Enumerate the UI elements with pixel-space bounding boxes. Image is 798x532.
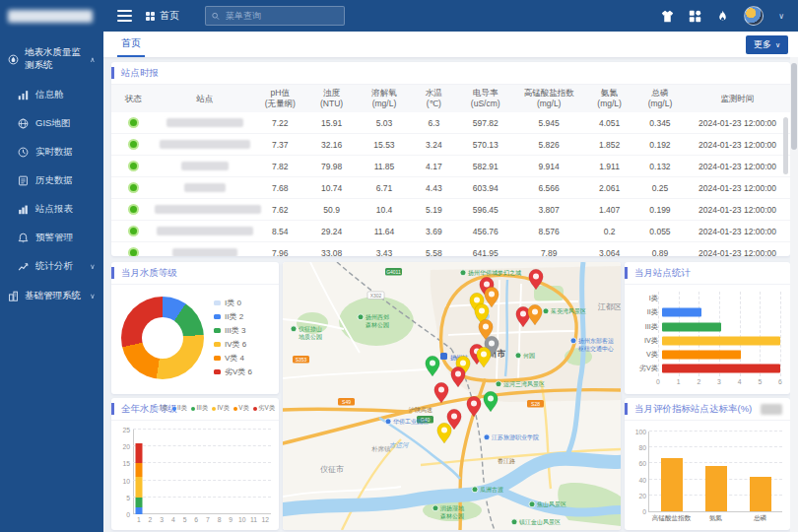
theme-shirt-icon[interactable]	[661, 10, 674, 23]
y-tick-label: 25	[122, 427, 130, 433]
legend-item[interactable]: 劣V类 6	[214, 366, 252, 377]
table-scrollbar[interactable]	[783, 117, 788, 174]
sidebar-group-1[interactable]: 基础管理系统∨	[0, 281, 103, 311]
breadcrumb[interactable]: 首页	[146, 9, 179, 23]
menu-search[interactable]	[205, 6, 345, 26]
stack-segment-II类[interactable]	[135, 507, 142, 514]
park-poi-icon[interactable]	[543, 308, 549, 314]
table-row[interactable]: 7.6810.746.714.43603.946.5662.0610.25202…	[111, 177, 790, 199]
quality-donut-chart[interactable]	[121, 297, 204, 379]
layout-icon[interactable]	[689, 10, 701, 23]
sidebar-item-信息舱[interactable]: 信息舱	[0, 81, 103, 109]
y-tick-label: 0	[642, 508, 646, 515]
park-poi-icon[interactable]	[511, 519, 517, 525]
masked-header-chip	[761, 404, 782, 415]
month-station-stats-panel: 当月站点统计 0123456I类II类III类IV类V类劣V类	[625, 262, 790, 394]
compliance-rate-panel: 当月评价指标站点达标率(%) 020406080100高锰酸盐指数氨氮总磷	[625, 398, 790, 530]
chevron-down-icon[interactable]: ∨	[778, 12, 784, 21]
bar-III类[interactable]	[662, 322, 721, 331]
stack-segment-IV类[interactable]	[135, 477, 142, 498]
item-label: 预警管理	[35, 232, 73, 244]
tab-home[interactable]: 首页	[117, 33, 145, 57]
legend-item[interactable]: 劣V类	[253, 404, 275, 413]
park-poi-icon[interactable]	[472, 487, 478, 493]
park-poi-icon[interactable]	[358, 314, 364, 320]
station-hbar-chart[interactable]: 0123456I类II类III类IV类V类劣V类	[632, 292, 780, 376]
legend-item[interactable]: III类 3	[214, 325, 252, 336]
cell-value: 1.911	[583, 156, 634, 177]
legend-label: I类 0	[225, 298, 241, 308]
sidebar-item-站点报表[interactable]: 站点报表	[0, 195, 103, 224]
legend-item[interactable]: IV类 6	[214, 339, 252, 350]
table-row[interactable]: 7.2215.915.036.3597.825.9454.0510.345202…	[111, 112, 790, 134]
bar-II类[interactable]	[662, 308, 701, 317]
legend-item[interactable]: V类 4	[214, 353, 252, 364]
sidebar-group-0[interactable]: 地表水质量监测系统∧	[0, 37, 103, 81]
park-poi-icon[interactable]	[496, 381, 501, 387]
poi-icon[interactable]	[570, 338, 576, 344]
park-poi-icon[interactable]	[291, 326, 297, 332]
legend-item[interactable]: I类	[155, 404, 168, 413]
bar-高锰酸盐指数[interactable]	[661, 458, 683, 511]
legend-item[interactable]: IV类	[212, 404, 230, 413]
hamburger-menu-icon[interactable]	[117, 7, 132, 25]
more-button[interactable]: 更多∨	[746, 35, 788, 54]
road-badge: X302	[367, 292, 384, 299]
table-row[interactable]: 8.5429.2411.643.69456.768.5760.20.055202…	[111, 221, 790, 242]
cell-value: 15.53	[358, 134, 411, 156]
sidebar-item-统计分析[interactable]: 统计分析∨	[0, 252, 103, 281]
bar-V类[interactable]	[662, 351, 741, 360]
legend-item[interactable]: V类	[233, 404, 249, 413]
poi-icon[interactable]	[484, 434, 490, 440]
bar-IV类[interactable]	[662, 336, 780, 345]
park-poi-icon[interactable]	[460, 270, 466, 276]
user-avatar[interactable]	[744, 6, 764, 26]
table-row[interactable]: 7.8279.9811.854.17582.919.9141.9110.1322…	[111, 156, 790, 177]
cell-value: 5.58	[411, 242, 456, 257]
sidebar-item-预警管理[interactable]: 预警管理	[0, 224, 103, 252]
sidebar-item-GIS地图[interactable]: GIS地图	[0, 109, 103, 138]
city-map[interactable]: G4011G40S353S49S28X302 扬州市江都区仪征市扬州西郊森林公园…	[283, 262, 621, 530]
year-stacked-chart[interactable]: 0510152025123456789101112	[133, 430, 271, 514]
y-tick-label: 80	[638, 444, 646, 451]
table-row[interactable]: 7.9633.083.435.58641.957.893.0640.892024…	[111, 242, 790, 257]
x-tick-label: 5	[758, 378, 762, 385]
legend-item[interactable]: II类 2	[214, 311, 252, 322]
compliance-vbar-chart[interactable]: 020406080100高锰酸盐指数氨氮总磷	[648, 432, 782, 512]
legend-item[interactable]: II类	[172, 404, 187, 413]
sidebar-item-历史数据[interactable]: 历史数据	[0, 166, 103, 195]
legend-item[interactable]: I类 0	[214, 298, 252, 308]
station-map-panel: G4011G40S353S49S28X302 扬州市江都区仪征市扬州西郊森林公园…	[283, 262, 621, 530]
park-poi-icon[interactable]	[529, 501, 535, 507]
page-scrollbar-thumb[interactable]	[791, 63, 797, 150]
bar-slot-month-9: 9	[225, 430, 236, 514]
table-row[interactable]: 7.6250.910.45.19596.453.8071.4070.199202…	[111, 199, 790, 221]
park-poi-icon[interactable]	[432, 505, 438, 511]
masked-station-name	[172, 248, 237, 256]
cell-value: 4.43	[411, 177, 456, 199]
poi-icon[interactable]	[385, 419, 391, 425]
search-input[interactable]	[224, 10, 338, 22]
bar-氨氮[interactable]	[705, 466, 727, 511]
sidebar-item-实时数据[interactable]: 实时数据	[0, 138, 103, 166]
park-poi-icon[interactable]	[515, 353, 521, 359]
stack-segment-V类[interactable]	[135, 463, 142, 477]
breadcrumb-home[interactable]: 首页	[160, 9, 179, 23]
railway-station-icon[interactable]	[440, 353, 447, 360]
vbar-col: 总磷	[738, 432, 782, 511]
cell-value: 2024-01-23 12:00:00	[685, 112, 790, 134]
stack-segment-III类[interactable]	[135, 498, 142, 507]
status-dot-normal	[128, 204, 139, 215]
cell-value: 5.03	[358, 112, 411, 134]
cell-value: 7.82	[254, 156, 305, 177]
y-tick-label: 60	[638, 460, 646, 467]
table-row[interactable]: 7.3732.1615.533.24570.135.8261.8520.1922…	[111, 134, 790, 156]
stack-segment-劣V类[interactable]	[135, 443, 142, 464]
bar-总磷[interactable]	[750, 477, 771, 511]
topbar-actions: ∨	[661, 6, 798, 26]
legend-item[interactable]: III类	[191, 404, 208, 413]
chevron-down-icon: ∨	[90, 292, 95, 299]
topbar: 首页 ∨	[103, 0, 798, 32]
bar-劣V类[interactable]	[662, 365, 780, 373]
flame-icon[interactable]	[716, 10, 729, 23]
